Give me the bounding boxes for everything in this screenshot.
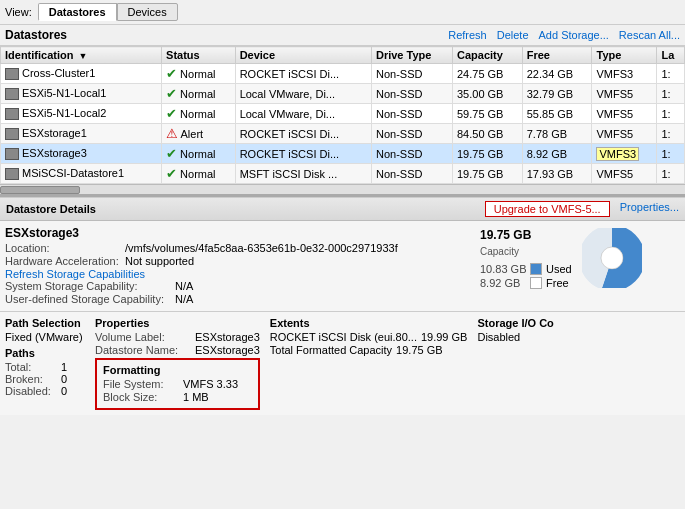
fs-label: File System: — [103, 378, 183, 390]
free-row: 8.92 GB Free — [480, 277, 572, 289]
bottom-panel: Path Selection Fixed (VMware) Paths Tota… — [0, 311, 685, 415]
la-cell: 1: — [657, 164, 685, 184]
user-cap-row: User-defined Storage Capability: N/A — [5, 293, 470, 305]
details-actions: Upgrade to VMFS-5... Properties... — [485, 201, 679, 217]
block-label: Block Size: — [103, 391, 183, 403]
capacity-cell: 59.75 GB — [452, 104, 522, 124]
extents-title: Extents — [270, 317, 468, 329]
datastore-icon — [5, 88, 19, 100]
storage-io-value: Disabled — [477, 331, 557, 343]
table-row[interactable]: ESXi5-N1-Local1 ✔ Normal Local VMware, D… — [1, 84, 685, 104]
capacity-cell: 24.75 GB — [452, 64, 522, 84]
status-cell: ✔ Normal — [162, 164, 236, 184]
col-la[interactable]: La — [657, 47, 685, 64]
device-cell: ROCKET iSCSI Di... — [235, 144, 371, 164]
location-value: /vmfs/volumes/4fa5c8aa-6353e61b-0e32-000… — [125, 242, 398, 254]
drive-type-cell: Non-SSD — [371, 124, 452, 144]
scrollbar-thumb[interactable] — [0, 186, 80, 194]
status-cell: ✔ Normal — [162, 64, 236, 84]
free-cell: 22.34 GB — [522, 64, 592, 84]
location-label: Location: — [5, 242, 125, 254]
table-row[interactable]: ESXstorage1 ⚠ Alert ROCKET iSCSI Di... N… — [1, 124, 685, 144]
path-selection-col: Path Selection Fixed (VMware) Paths Tota… — [5, 317, 85, 410]
system-cap-row: System Storage Capability: N/A — [5, 280, 470, 292]
volume-label-val: ESXstorage3 — [195, 331, 260, 343]
path-selection-title: Path Selection — [5, 317, 85, 329]
svg-point-2 — [601, 247, 623, 269]
table-row[interactable]: ESXstorage3 ✔ Normal ROCKET iSCSI Di... … — [1, 144, 685, 164]
capacity-cell: 35.00 GB — [452, 84, 522, 104]
delete-link[interactable]: Delete — [497, 29, 529, 41]
properties-title: Properties — [95, 317, 260, 329]
status-cell: ⚠ Alert — [162, 124, 236, 144]
col-type[interactable]: Type — [592, 47, 657, 64]
capacity-cell: 19.75 GB — [452, 144, 522, 164]
device-cell: ROCKET iSCSI Di... — [235, 124, 371, 144]
la-cell: 1: — [657, 64, 685, 84]
free-gb: 8.92 GB — [480, 277, 530, 289]
disk-size: 19.99 GB — [421, 331, 467, 343]
datastore-icon — [5, 68, 19, 80]
status-ok-icon: ✔ — [166, 146, 177, 161]
col-device[interactable]: Device — [235, 47, 371, 64]
rescan-all-link[interactable]: Rescan All... — [619, 29, 680, 41]
datastore-icon — [5, 108, 19, 120]
properties-link[interactable]: Properties... — [620, 201, 679, 217]
col-capacity[interactable]: Capacity — [452, 47, 522, 64]
capacity-total: 19.75 GB — [480, 228, 572, 242]
free-cell: 7.78 GB — [522, 124, 592, 144]
disk-val: ROCKET iSCSI Disk (eui.80... — [270, 331, 417, 343]
status-ok-icon: ✔ — [166, 106, 177, 121]
capacity-info: 19.75 GB Capacity 10.83 GB Used 8.92 GB … — [480, 228, 572, 291]
type-cell: VMFS3 — [592, 144, 657, 164]
paths-disabled-row: Disabled: 0 — [5, 385, 85, 397]
datastores-header: Datastores Refresh Delete Add Storage...… — [0, 25, 685, 46]
table-row[interactable]: MSiSCSI-Datastore1 ✔ Normal MSFT iSCSI D… — [1, 164, 685, 184]
tab-devices[interactable]: Devices — [117, 3, 178, 21]
col-drive-type[interactable]: Drive Type — [371, 47, 452, 64]
col-identification[interactable]: Identification ▼ — [1, 47, 162, 64]
path-selection-value: Fixed (VMware) — [5, 331, 85, 343]
volume-label-key: Volume Label: — [95, 331, 195, 343]
details-body: ESXstorage3 Location: /vmfs/volumes/4fa5… — [0, 221, 685, 311]
formatting-title: Formatting — [103, 364, 252, 376]
system-cap-label: System Storage Capability: — [5, 280, 175, 292]
col-free[interactable]: Free — [522, 47, 592, 64]
free-cell: 55.85 GB — [522, 104, 592, 124]
upgrade-vmfs-button[interactable]: Upgrade to VMFS-5... — [485, 201, 610, 217]
horizontal-scrollbar[interactable] — [0, 184, 685, 194]
id-cell: ESXi5-N1-Local2 — [1, 104, 162, 124]
col-status[interactable]: Status — [162, 47, 236, 64]
datastores-title: Datastores — [5, 28, 67, 42]
formatted-row: Total Formatted Capacity 19.75 GB — [270, 344, 468, 356]
free-cell: 32.79 GB — [522, 84, 592, 104]
paths-broken-label: Broken: — [5, 373, 55, 385]
type-cell: VMFS5 — [592, 164, 657, 184]
status-alert-icon: ⚠ — [166, 126, 178, 141]
extents-col: Extents ROCKET iSCSI Disk (eui.80... 19.… — [270, 317, 468, 410]
used-gb: 10.83 GB — [480, 263, 530, 275]
paths-disabled-label: Disabled: — [5, 385, 55, 397]
block-row: Block Size: 1 MB — [103, 391, 252, 403]
add-storage-link[interactable]: Add Storage... — [539, 29, 609, 41]
paths-info: Paths Total: 1 Broken: 0 Disabled: 0 — [5, 347, 85, 397]
status-ok-icon: ✔ — [166, 86, 177, 101]
refresh-storage-link[interactable]: Refresh Storage Capabilities — [5, 268, 145, 280]
system-cap-value: N/A — [175, 280, 193, 292]
free-cell: 8.92 GB — [522, 144, 592, 164]
view-label: View: — [5, 6, 32, 18]
table-row[interactable]: Cross-Cluster1 ✔ Normal ROCKET iSCSI Di.… — [1, 64, 685, 84]
device-cell: Local VMware, Di... — [235, 104, 371, 124]
device-cell: ROCKET iSCSI Di... — [235, 64, 371, 84]
formatted-val: 19.75 GB — [396, 344, 442, 356]
type-cell: VMFS5 — [592, 84, 657, 104]
table-row[interactable]: ESXi5-N1-Local2 ✔ Normal Local VMware, D… — [1, 104, 685, 124]
free-cell: 17.93 GB — [522, 164, 592, 184]
tab-datastores[interactable]: Datastores — [38, 3, 117, 21]
drive-type-cell: Non-SSD — [371, 144, 452, 164]
ds-name: ESXstorage3 — [5, 226, 470, 240]
paths-title: Paths — [5, 347, 85, 359]
refresh-link[interactable]: Refresh — [448, 29, 487, 41]
capacity-pie-chart — [582, 228, 642, 288]
datastore-icon — [5, 128, 19, 140]
